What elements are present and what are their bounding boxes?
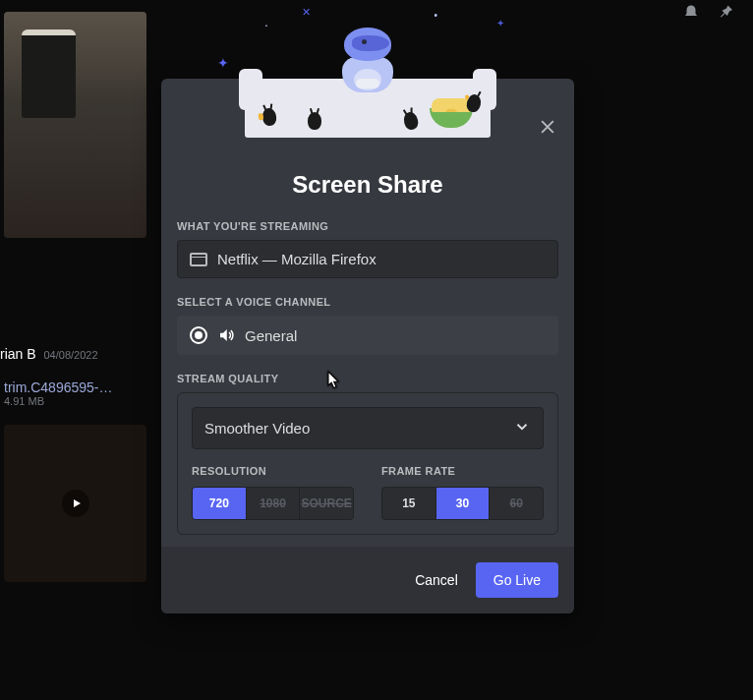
go-live-button[interactable]: Go Live [476,562,558,598]
username: rian B [0,346,36,362]
app-window-icon [190,253,207,266]
framerate-option-60: 60 [490,488,543,519]
resolution-option-1080: 1080 [247,488,301,519]
message-header: rian B 04/08/2022 [0,346,143,370]
play-icon [62,490,89,517]
framerate-option-15[interactable]: 15 [382,488,436,519]
quality-preset-value: Smoother Video [204,420,310,437]
header-icons [682,4,735,26]
streaming-label: WHAT YOU'RE STREAMING [177,220,558,232]
message-date: 04/08/2022 [43,349,97,361]
close-icon [538,117,557,137]
attachment-filename: trim.C4896595-… [4,379,146,395]
voice-channel-value: General [245,327,297,344]
radio-selected-icon [190,326,207,344]
modal-footer: Cancel Go Live [161,547,574,613]
resolution-option-source: SOURCE [300,488,353,519]
speaker-icon [217,326,235,344]
resolution-group: RESOLUTION 7201080SOURCE [192,465,354,520]
resolution-label: RESOLUTION [192,465,354,477]
voice-channel-label: SELECT A VOICE CHANNEL [177,296,558,308]
quality-preset-select[interactable]: Smoother Video [192,407,544,449]
stream-quality-card: Smoother Video RESOLUTION 7201080SOURCE … [177,392,558,535]
notifications-icon[interactable] [682,4,700,26]
stream-quality-label: STREAM QUALITY [177,373,558,384]
chevron-down-icon [513,418,531,438]
cancel-button[interactable]: Cancel [415,572,458,588]
voice-channel-field[interactable]: General [177,316,558,355]
bg-image-preview [4,12,146,238]
streaming-source-value: Netflix — Mozilla Firefox [217,251,376,267]
attachment-size: 4.91 MB [4,395,146,407]
resolution-option-720[interactable]: 720 [193,488,247,519]
attachment-link[interactable]: trim.C4896595-… 4.91 MB [4,379,146,407]
modal-title: Screen Share [177,171,558,199]
video-thumbnail[interactable] [4,425,146,582]
streaming-source-field[interactable]: Netflix — Mozilla Firefox [177,240,558,278]
framerate-label: FRAME RATE [381,465,544,477]
framerate-group: FRAME RATE 153060 [381,465,544,520]
pin-icon[interactable] [718,4,735,26]
framerate-option-30[interactable]: 30 [436,488,491,519]
close-button[interactable] [535,114,560,140]
screen-share-modal: ✦ . ✦ • ✕ Screen Share WHAT YOU'RE STREA… [161,79,574,613]
